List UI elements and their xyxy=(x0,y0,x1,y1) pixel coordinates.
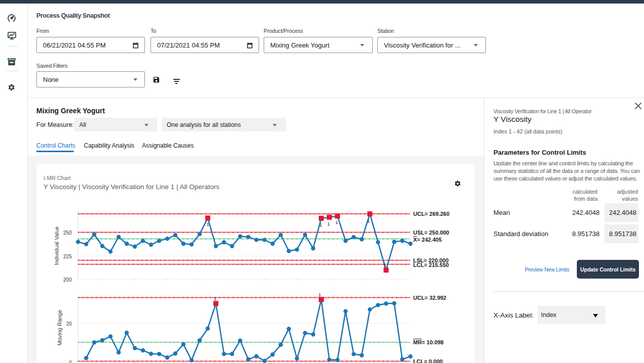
svg-text:1: 1 xyxy=(207,222,209,227)
svg-text:1: 1 xyxy=(335,220,338,225)
svg-text:1: 1 xyxy=(214,296,216,301)
svg-text:1: 1 xyxy=(383,263,386,268)
svg-text:1: 1 xyxy=(327,221,330,226)
svg-text:1: 1 xyxy=(319,222,322,228)
svg-text:1: 1 xyxy=(367,218,370,223)
svg-text:1: 1 xyxy=(318,292,321,297)
